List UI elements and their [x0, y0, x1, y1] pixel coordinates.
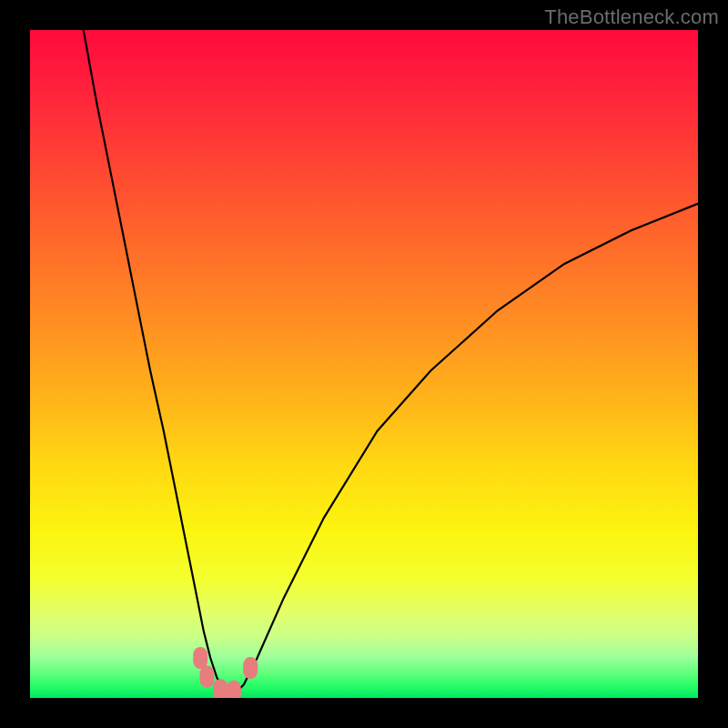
marker-1	[200, 666, 215, 688]
marker-0	[193, 647, 207, 669]
marker-2	[213, 679, 228, 698]
curve-layer	[30, 30, 698, 698]
marker-4	[243, 657, 258, 679]
bottleneck-curve	[84, 30, 698, 692]
plot-area	[30, 30, 698, 698]
watermark-text: TheBottleneck.com	[544, 5, 719, 29]
chart-frame: TheBottleneck.com	[0, 0, 728, 728]
marker-3	[227, 681, 241, 698]
